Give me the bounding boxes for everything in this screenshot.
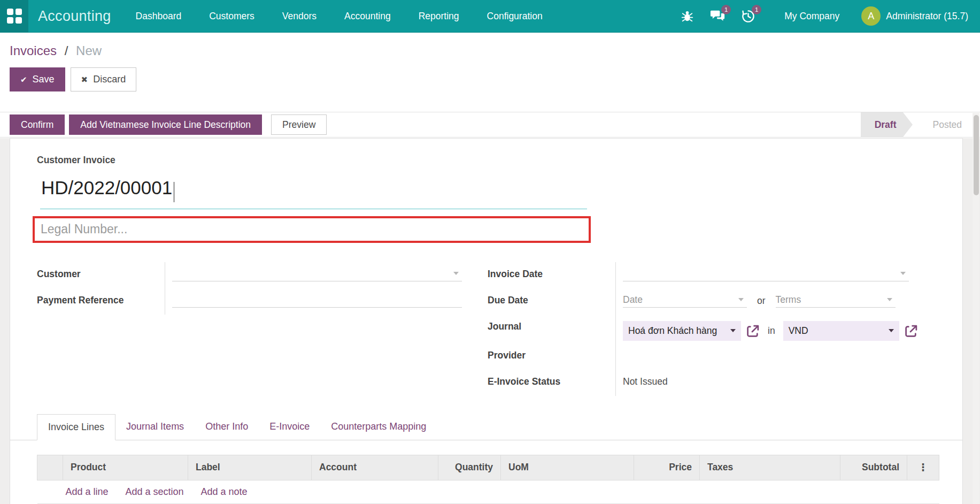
field-row-customer: Customer — [37, 262, 488, 288]
control-panel: Invoices / New ✔ Save ✖ Discard — [0, 33, 980, 112]
notebook-tabs: Invoice Lines Journal Items Other Info E… — [10, 414, 962, 440]
preview-button[interactable]: Preview — [271, 114, 327, 135]
confirm-button[interactable]: Confirm — [10, 114, 65, 135]
vertical-scrollbar[interactable] — [973, 113, 979, 504]
chevron-down-icon — [453, 272, 459, 275]
form-statusbar: Confirm Add Vietnamese Invoice Line Desc… — [0, 112, 980, 138]
top-navbar: Accounting Dashboard Customers Vendors A… — [0, 0, 980, 33]
journal-select[interactable]: Hoá đơn Khách hàng — [623, 321, 741, 341]
payment-reference-field[interactable] — [165, 288, 488, 315]
col-drag-handle — [37, 455, 63, 480]
discard-label: Discard — [93, 74, 126, 85]
col-price: Price — [634, 455, 700, 480]
field-row-payment-reference: Payment Reference — [37, 288, 488, 315]
external-link-icon[interactable] — [746, 324, 760, 338]
user-avatar: A — [861, 6, 881, 26]
user-menu[interactable]: A Administrator (15.7) — [861, 6, 968, 26]
status-widget: Draft Posted — [861, 112, 980, 138]
menu-accounting[interactable]: Accounting — [344, 11, 391, 22]
or-label: or — [757, 295, 766, 307]
company-switcher[interactable]: My Company — [784, 11, 839, 22]
due-date-placeholder: Date — [623, 294, 643, 306]
customer-label: Customer — [37, 262, 165, 288]
external-link-icon[interactable] — [905, 324, 918, 338]
activities-button[interactable]: 1 — [740, 8, 756, 24]
add-note-link[interactable]: Add a note — [200, 486, 247, 497]
app-title[interactable]: Accounting — [38, 8, 111, 25]
customer-field[interactable] — [165, 262, 488, 288]
scrollbar-thumb[interactable] — [974, 115, 979, 195]
due-date-input[interactable]: Date — [623, 295, 747, 308]
breadcrumb-invoices[interactable]: Invoices — [10, 43, 57, 58]
tab-e-invoice[interactable]: E-Invoice — [259, 414, 320, 440]
menu-configuration[interactable]: Configuration — [487, 11, 543, 22]
form-background: Customer Invoice HD/2022/00001 Legal Num… — [0, 138, 980, 504]
chevron-down-icon — [887, 298, 892, 301]
chevron-down-icon — [738, 298, 744, 301]
messages-badge: 1 — [721, 5, 731, 14]
menu-customers[interactable]: Customers — [209, 11, 254, 22]
doc-type-label: Customer Invoice — [37, 155, 936, 166]
bug-icon — [681, 10, 694, 23]
col-product: Product — [63, 455, 188, 480]
status-draft[interactable]: Draft — [861, 112, 903, 138]
currency-select[interactable]: VND — [783, 321, 899, 341]
legal-number-placeholder: Legal Number... — [41, 222, 127, 236]
chevron-down-icon — [730, 329, 736, 332]
save-button[interactable]: ✔ Save — [10, 67, 65, 91]
discard-button[interactable]: ✖ Discard — [71, 67, 137, 91]
field-row-einvoice-status: E-Invoice Status Not Issued — [488, 370, 910, 396]
invoice-date-field[interactable] — [615, 262, 910, 288]
apps-grid-icon — [7, 9, 22, 24]
field-row-journal: Journal Hoá đơn Khách hàng — [488, 315, 910, 343]
activities-badge: 1 — [752, 5, 761, 14]
provider-field[interactable] — [615, 343, 910, 370]
form-sheet: Customer Invoice HD/2022/00001 Legal Num… — [10, 138, 963, 504]
menu-vendors[interactable]: Vendors — [282, 11, 317, 22]
messages-button[interactable]: 1 — [709, 8, 726, 24]
tab-counterparts-mapping[interactable]: Counterparts Mapping — [320, 414, 437, 440]
check-icon: ✔ — [20, 75, 27, 85]
einvoice-status-field: Not Issued — [615, 370, 910, 396]
in-label: in — [768, 325, 775, 337]
terms-placeholder: Terms — [776, 294, 801, 306]
journal-label: Journal — [488, 315, 615, 343]
invoice-number-field[interactable]: HD/2022/00001 — [40, 173, 587, 209]
column-options-button[interactable]: ⋮ — [907, 455, 939, 480]
chevron-down-icon — [889, 329, 894, 332]
col-taxes: Taxes — [700, 455, 840, 480]
field-row-provider: Provider — [488, 343, 910, 370]
einvoice-status-label: E-Invoice Status — [488, 370, 615, 396]
main-menu: Dashboard Customers Vendors Accounting R… — [136, 11, 543, 22]
tab-other-info[interactable]: Other Info — [195, 414, 259, 440]
chevron-down-icon — [900, 272, 906, 275]
status-posted[interactable]: Posted — [913, 112, 980, 138]
add-line-link[interactable]: Add a line — [66, 486, 109, 497]
x-icon: ✖ — [81, 75, 88, 85]
invoice-lines-table: Product Label Account Quantity UoM Price… — [37, 455, 939, 504]
provider-label: Provider — [488, 343, 615, 370]
text-cursor — [174, 182, 174, 202]
vertical-dots-icon: ⋮ — [918, 461, 928, 473]
col-uom: UoM — [501, 455, 634, 480]
apps-menu-button[interactable] — [0, 0, 28, 33]
debug-button[interactable] — [679, 8, 695, 24]
col-account: Account — [312, 455, 438, 480]
journal-field: Hoá đơn Khách hàng in VND — [615, 315, 918, 343]
tab-journal-items[interactable]: Journal Items — [115, 414, 195, 440]
legal-number-field[interactable]: Legal Number... — [33, 216, 591, 243]
add-vietnamese-invoice-line-description-button[interactable]: Add Vietnamese Invoice Line Description — [69, 114, 262, 135]
tab-invoice-lines[interactable]: Invoice Lines — [37, 414, 115, 440]
table-header-row: Product Label Account Quantity UoM Price… — [37, 455, 939, 480]
field-group-left: Customer Payment Reference — [37, 262, 488, 396]
menu-reporting[interactable]: Reporting — [419, 11, 459, 22]
payment-terms-input[interactable]: Terms — [776, 295, 896, 308]
menu-dashboard[interactable]: Dashboard — [136, 11, 182, 22]
control-buttons: ✔ Save ✖ Discard — [10, 67, 980, 91]
invoice-date-label: Invoice Date — [488, 262, 615, 288]
field-row-due-date: Due Date Date or Terms — [488, 288, 910, 315]
navbar-right: 1 1 My Company A Administrator (15.7) — [679, 6, 980, 26]
add-section-link[interactable]: Add a section — [125, 486, 183, 497]
field-group-right: Invoice Date Due Date Date or — [488, 262, 910, 396]
breadcrumb-separator: / — [65, 43, 68, 58]
